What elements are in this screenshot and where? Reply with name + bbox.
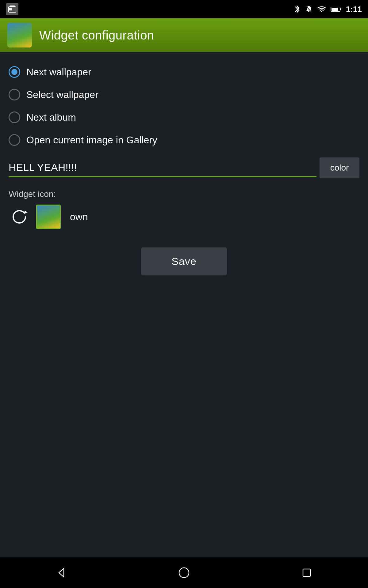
radio-next-album[interactable]: [9, 111, 20, 123]
svg-marker-10: [59, 568, 64, 577]
text-input-row: color: [9, 157, 359, 178]
svg-rect-1: [10, 6, 15, 7]
save-button[interactable]: Save: [141, 247, 227, 275]
home-button[interactable]: [172, 560, 196, 585]
svg-rect-8: [340, 8, 341, 10]
status-right: 1:11: [294, 5, 362, 14]
status-left: [6, 3, 18, 15]
label-next-album: Next album: [26, 112, 76, 123]
app-icon: [7, 23, 32, 47]
photo-icon-inner: [37, 205, 60, 228]
radio-open-gallery[interactable]: [9, 134, 20, 146]
icon-options: own: [9, 205, 359, 229]
widget-icon-section-label: Widget icon:: [9, 189, 359, 199]
nav-bar: [0, 557, 368, 588]
option-next-album[interactable]: Next album: [9, 106, 359, 129]
app-title: Widget configuration: [39, 28, 154, 42]
label-open-gallery: Open current image in Gallery: [26, 134, 157, 146]
svg-rect-12: [303, 569, 310, 576]
radio-dot-next-wallpaper: [11, 69, 17, 75]
svg-rect-2: [9, 8, 12, 10]
svg-marker-9: [25, 211, 28, 214]
radio-select-wallpaper[interactable]: [9, 89, 20, 100]
app-status-icon: [6, 3, 18, 15]
status-time: 1:11: [346, 5, 362, 14]
own-label: own: [70, 211, 88, 223]
option-open-gallery[interactable]: Open current image in Gallery: [9, 129, 359, 151]
mute-icon: [305, 5, 313, 13]
recent-button[interactable]: [294, 560, 319, 585]
svg-point-5: [321, 11, 322, 12]
option-select-wallpaper[interactable]: Select wallpaper: [9, 83, 359, 106]
battery-icon: [331, 6, 342, 12]
svg-rect-7: [332, 8, 338, 11]
color-button[interactable]: color: [320, 157, 359, 178]
photo-icon-button[interactable]: [36, 205, 61, 229]
label-next-wallpaper: Next wallpaper: [26, 66, 91, 78]
status-bar: 1:11: [0, 0, 368, 18]
svg-point-3: [308, 11, 309, 12]
refresh-icon-button[interactable]: [9, 206, 30, 228]
bluetooth-icon: [294, 5, 301, 13]
app-bar: Widget configuration: [0, 18, 368, 52]
wifi-icon: [317, 6, 326, 13]
save-button-container: Save: [9, 247, 359, 275]
back-button[interactable]: [49, 560, 74, 585]
content: Next wallpaper Select wallpaper Next alb…: [0, 52, 368, 275]
widget-label-input[interactable]: [9, 158, 316, 177]
label-select-wallpaper: Select wallpaper: [26, 89, 98, 100]
option-next-wallpaper[interactable]: Next wallpaper: [9, 61, 359, 83]
svg-point-11: [179, 568, 189, 578]
radio-next-wallpaper[interactable]: [9, 66, 20, 78]
